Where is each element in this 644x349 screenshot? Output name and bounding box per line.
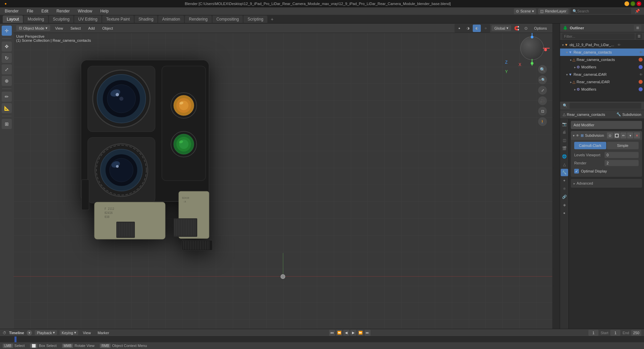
timeline-menu-icon[interactable]: ▾: [27, 330, 32, 336]
menu-blender[interactable]: Blender: [3, 8, 21, 14]
properties-search-input[interactable]: [569, 103, 641, 109]
camera-view-btn[interactable]: 🎥: [538, 96, 547, 105]
outliner-rear-camera-contacts-group[interactable]: ▾ ▼ Rear_camera_contacts 👁: [560, 49, 644, 56]
scene-dropdown[interactable]: ⊙ Scene ▾: [514, 8, 536, 14]
mod-render-btn[interactable]: 🔳: [614, 132, 620, 138]
prop-render-icon-btn[interactable]: 📷: [561, 120, 568, 128]
modifier-header[interactable]: ▾ 👁 ⊞ Subdivision ⊙ 🔳 ✏ ▾ ✕: [571, 131, 642, 140]
prop-view-layer-icon-btn[interactable]: ◫: [561, 136, 568, 144]
tab-layout[interactable]: Layout: [3, 15, 23, 23]
prop-constraints-icon-btn[interactable]: 🔗: [561, 193, 568, 200]
outliner-root-collection[interactable]: ▾ ▼ obj_12_9_iPad_Pro_LiDar_Rear_Camera_…: [560, 41, 644, 49]
step-forward-btn[interactable]: ⏩: [357, 330, 363, 336]
viewport-shading-rendered-btn[interactable]: ◐: [473, 25, 481, 32]
add-menu[interactable]: Add: [86, 26, 98, 31]
scale-tool-btn[interactable]: ⤢: [2, 64, 12, 74]
move-tool-btn[interactable]: ✥: [2, 41, 12, 52]
timeline-ruler[interactable]: [0, 337, 644, 343]
add-modifier-button[interactable]: Add Modifier: [571, 121, 642, 129]
prop-particles-icon-btn[interactable]: ✦: [561, 177, 568, 184]
play-forward-btn[interactable]: ▶: [350, 330, 356, 336]
snap-btn[interactable]: 🧲: [513, 25, 521, 32]
main-viewport[interactable]: User Perspective (1) Scene Collection | …: [13, 33, 552, 329]
rotate-tool-btn[interactable]: ↻: [2, 53, 12, 63]
close-button[interactable]: ✕: [637, 1, 641, 6]
jump-end-btn[interactable]: ⏭: [364, 330, 371, 336]
menu-help[interactable]: Help: [98, 8, 111, 14]
visibility-icon[interactable]: 👁: [576, 134, 579, 137]
simple-btn[interactable]: Simple: [607, 142, 639, 149]
add-primitive-btn[interactable]: ⊞: [2, 119, 12, 129]
eye-icon-g1[interactable]: 👁: [639, 51, 643, 54]
object-menu[interactable]: Object: [99, 26, 116, 31]
menu-edit[interactable]: Edit: [39, 8, 51, 14]
menu-file[interactable]: File: [25, 8, 35, 14]
options-btn[interactable]: Options: [531, 26, 550, 31]
maximize-button[interactable]: □: [631, 1, 635, 6]
levels-viewport-value[interactable]: 0: [605, 152, 639, 158]
jump-start-btn[interactable]: ⏮: [329, 330, 335, 336]
start-frame-field[interactable]: 1: [610, 330, 620, 336]
play-reverse-btn[interactable]: ◀: [343, 330, 349, 336]
mod-menu-btn[interactable]: ▾: [627, 132, 633, 138]
zoom-in-btn[interactable]: 🔍: [538, 65, 547, 74]
prop-scene-icon-btn[interactable]: 🎬: [561, 145, 568, 152]
menu-search-input[interactable]: [577, 9, 629, 13]
prop-data-icon-btn[interactable]: ◈: [561, 201, 568, 209]
menu-window[interactable]: Window: [76, 8, 94, 14]
walk-nav-btn[interactable]: 🚶: [538, 117, 547, 126]
prop-material-icon-btn[interactable]: ●: [561, 209, 568, 217]
prop-output-icon-btn[interactable]: 🖨: [561, 128, 568, 136]
nav-gizmo-sphere[interactable]: [520, 36, 544, 60]
step-back-btn[interactable]: ⏪: [336, 330, 342, 336]
outliner-modifiers-1[interactable]: ▸ ⚙ Modifiers: [560, 63, 644, 71]
viewport-shading-solid-btn[interactable]: ●: [455, 25, 463, 32]
render-layer-dropdown[interactable]: ◫ RenderLayer: [538, 8, 568, 14]
zoom-out-btn[interactable]: −🔍: [538, 75, 547, 84]
tab-compositing[interactable]: Compositing: [212, 15, 243, 23]
marker-btn[interactable]: Marker: [95, 330, 111, 335]
tab-shading[interactable]: Shading: [135, 15, 157, 23]
menu-render[interactable]: Render: [54, 8, 71, 14]
transform-tool-btn[interactable]: ⊕: [2, 76, 12, 86]
optimal-display-checkbox[interactable]: ✓: [574, 169, 579, 173]
prop-object-icon-btn[interactable]: △: [561, 161, 568, 168]
minimize-button[interactable]: －: [624, 1, 629, 6]
outliner-rear-camera-lidar-group[interactable]: ▾ ▼ Rear_cameraLiDAR 👁: [560, 71, 644, 78]
advanced-section[interactable]: ▸ Advanced: [571, 179, 642, 188]
catmull-clark-btn[interactable]: Catmull-Clark: [574, 142, 606, 149]
eye-icon-root[interactable]: 👁: [617, 43, 621, 47]
select-menu[interactable]: Select: [68, 26, 84, 31]
prop-modifier-icon-btn active[interactable]: 🔧: [561, 169, 568, 176]
gizmo-y-label[interactable]: Y: [505, 69, 532, 74]
outliner-rear-camera-contacts-mesh[interactable]: ▸ △ Rear_camera_contacts: [560, 56, 644, 63]
tab-modeling[interactable]: Modeling: [24, 15, 48, 23]
keying-dropdown[interactable]: Keying ▾: [60, 330, 78, 335]
cursor-tool-btn[interactable]: ✛: [2, 26, 12, 36]
outliner-search-input[interactable]: [562, 33, 635, 39]
proportional-edit-btn[interactable]: ⊙: [522, 25, 530, 32]
outliner-modifiers-2[interactable]: ▸ ⚙ Modifiers: [560, 86, 644, 93]
toggle-ortho-btn[interactable]: ⊡: [538, 107, 547, 116]
tab-animation[interactable]: Animation: [158, 15, 184, 23]
mod-close-btn[interactable]: ✕: [634, 132, 640, 138]
playback-dropdown[interactable]: Playback ▾: [35, 330, 57, 335]
tab-sculpting[interactable]: Sculpting: [49, 15, 74, 23]
tab-add-button[interactable]: +: [268, 16, 276, 23]
zoom-fit-btn[interactable]: ⤢: [538, 86, 547, 95]
pin-icon[interactable]: 📌: [633, 7, 641, 15]
mod-realtime-btn[interactable]: ⊙: [607, 132, 613, 138]
eye-icon-lidar[interactable]: 👁: [639, 73, 643, 76]
tab-rendering[interactable]: Rendering: [185, 15, 211, 23]
tab-texture-paint[interactable]: Texture Paint: [102, 15, 134, 23]
mod-edit-btn[interactable]: ✏: [620, 132, 626, 138]
viewport-shading-wire-btn[interactable]: ○: [481, 25, 490, 32]
prop-world-icon-btn[interactable]: 🌐: [561, 153, 568, 160]
view-menu[interactable]: View: [52, 26, 66, 31]
outliner-rear-camera-lidar-mesh[interactable]: ▸ △ Rear_cameraLiDAR: [560, 78, 644, 86]
outliner-filter-btn[interactable]: ⊞: [634, 25, 641, 31]
render-value[interactable]: 2: [605, 160, 639, 166]
timeline-view-btn[interactable]: View: [81, 330, 93, 335]
tab-scripting[interactable]: Scripting: [243, 15, 267, 23]
prop-physics-icon-btn[interactable]: ⚛: [561, 185, 568, 192]
